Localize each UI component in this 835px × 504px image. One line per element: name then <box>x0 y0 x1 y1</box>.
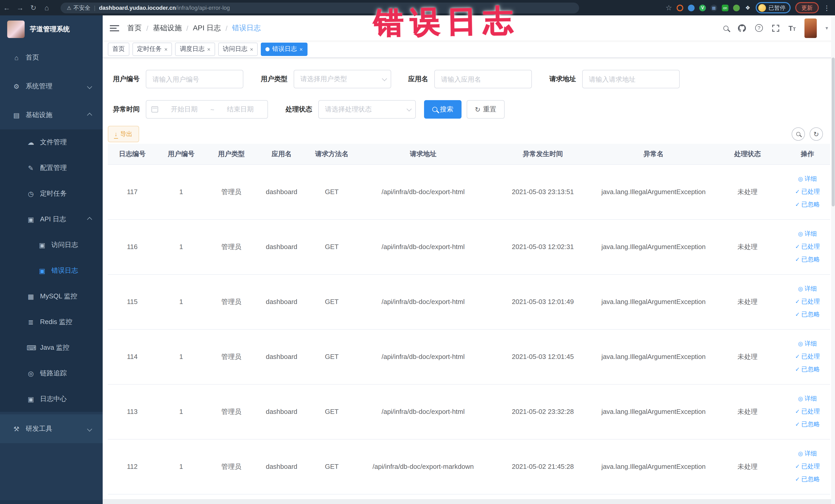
sidebar-item-log-center[interactable]: ▣ 日志中心 <box>0 386 103 412</box>
detail-link[interactable]: ◎详细 <box>785 337 830 350</box>
tag-schedule-log[interactable]: 调度日志 × <box>175 42 215 56</box>
refresh-table-button[interactable]: ↻ <box>810 127 823 141</box>
github-icon[interactable] <box>737 23 747 33</box>
tag-home[interactable]: 首页 <box>108 42 129 56</box>
user-id-input[interactable] <box>146 70 243 88</box>
user-type-select[interactable]: 请选择用户类型 <box>294 70 391 88</box>
sidebar-item-config-mgmt[interactable]: ✎ 配置管理 <box>0 155 103 181</box>
request-url-input[interactable] <box>582 70 680 88</box>
user-type-placeholder: 请选择用户类型 <box>300 75 382 84</box>
extension-orange-icon[interactable] <box>677 4 683 11</box>
close-icon[interactable]: × <box>250 46 253 52</box>
detail-link[interactable]: ◎详细 <box>785 282 830 295</box>
browser-home-icon[interactable]: ⌂ <box>40 4 54 12</box>
sidebar-item-java-monitor[interactable]: ⌨ Java 监控 <box>0 335 103 361</box>
mark-processed-link[interactable]: ✓已处理 <box>785 240 830 253</box>
tag-scheduled-jobs[interactable]: 定时任务 × <box>133 42 172 56</box>
export-button[interactable]: ↓ 导出 <box>108 126 139 142</box>
reset-button[interactable]: ↻ 重置 <box>467 100 505 119</box>
cell-method: GET <box>306 439 358 494</box>
chrome-update-button[interactable]: 更新 <box>795 2 819 13</box>
eye-icon: ◎ <box>798 337 803 350</box>
process-status-placeholder: 请选择处理状态 <box>325 105 407 114</box>
sidebar-item-home[interactable]: ⌂ 首页 <box>0 43 103 72</box>
sidebar-collapse-icon[interactable] <box>110 23 119 33</box>
browser-back-icon[interactable]: ← <box>0 4 13 12</box>
extension-green-v-icon[interactable]: V <box>699 4 706 11</box>
app-name-input[interactable] <box>434 70 532 88</box>
mark-ignored-link[interactable]: ✓已忽略 <box>785 473 830 486</box>
font-size-icon[interactable]: TT <box>789 24 796 32</box>
mark-ignored-link[interactable]: ✓已忽略 <box>785 198 830 211</box>
sidebar-item-api-log[interactable]: ▣ API 日志 <box>0 206 103 232</box>
extensions-puzzle-icon[interactable]: ❖ <box>745 4 751 11</box>
detail-link[interactable]: ◎详细 <box>785 447 830 460</box>
sidebar-item-mysql-monitor[interactable]: ▦ MySQL 监控 <box>0 283 103 309</box>
tag-error-log-active[interactable]: 错误日志 × <box>261 42 307 56</box>
detail-link[interactable]: ◎详细 <box>785 173 830 185</box>
bookmark-star-icon[interactable]: ☆ <box>666 4 672 12</box>
sidebar-item-file-mgmt[interactable]: ☁ 文件管理 <box>0 129 103 155</box>
exception-time-range-picker[interactable]: 开始日期 ~ 结束日期 <box>146 100 268 119</box>
col-app-name: 应用名 <box>257 144 306 164</box>
breadcrumb-api-log[interactable]: API 日志 <box>193 23 221 33</box>
cell-user-id: 1 <box>157 384 206 439</box>
detail-link[interactable]: ◎详细 <box>785 227 830 240</box>
extension-grid-icon[interactable]: ▦ <box>711 4 717 11</box>
cell-method: GET <box>306 219 358 274</box>
col-actions: 操作 <box>785 144 830 164</box>
sidebar-item-tracing[interactable]: ◎ 链路追踪 <box>0 361 103 386</box>
tag-access-log[interactable]: 访问日志 × <box>218 42 258 56</box>
cell-exception: java.lang.IllegalArgumentException <box>597 164 710 219</box>
fullscreen-icon[interactable] <box>772 24 780 32</box>
cell-user-type: 管理员 <box>206 439 257 494</box>
search-button[interactable]: 搜索 <box>424 100 462 119</box>
mark-processed-link[interactable]: ✓已处理 <box>785 405 830 418</box>
cell-time: 2021-05-03 12:01:49 <box>489 274 597 329</box>
sidebar-item-system-mgmt[interactable]: ⚙ 系统管理 <box>0 72 103 101</box>
mark-processed-link[interactable]: ✓已处理 <box>785 460 830 473</box>
close-icon[interactable]: × <box>300 46 303 52</box>
col-time: 异常发生时间 <box>489 144 597 164</box>
mark-processed-link[interactable]: ✓已处理 <box>785 185 830 198</box>
mark-ignored-link[interactable]: ✓已忽略 <box>785 253 830 266</box>
search-icon[interactable] <box>724 25 729 31</box>
breadcrumb-home[interactable]: 首页 <box>127 23 142 33</box>
detail-link[interactable]: ◎详细 <box>785 392 830 405</box>
extension-leaf-icon[interactable] <box>733 4 740 11</box>
user-menu-caret-icon[interactable]: ▾ <box>826 25 828 31</box>
cell-url: /api/infra/db-doc/export-html <box>358 274 489 329</box>
close-icon[interactable]: × <box>207 46 210 52</box>
close-icon[interactable]: × <box>164 46 168 52</box>
help-icon[interactable]: ? <box>755 24 763 32</box>
profile-emoji-icon <box>758 4 766 12</box>
cell-app-name: dashboard <box>257 219 306 274</box>
search-icon <box>796 132 800 136</box>
toggle-search-button[interactable] <box>792 127 805 141</box>
mark-processed-link[interactable]: ✓已处理 <box>785 350 830 363</box>
document-icon: ▣ <box>27 395 35 403</box>
breadcrumb-infrastructure[interactable]: 基础设施 <box>153 23 182 33</box>
browser-forward-icon[interactable]: → <box>13 4 27 12</box>
cell-user-id: 1 <box>157 274 206 329</box>
sidebar-item-dev-tools[interactable]: ⚒ 研发工具 <box>0 415 103 443</box>
extension-blue-icon[interactable] <box>688 4 695 11</box>
page-scrollbar[interactable] <box>831 15 835 504</box>
avatar[interactable] <box>805 18 817 38</box>
browser-menu-kebab-icon[interactable]: ⋮ <box>823 4 830 12</box>
mark-ignored-link[interactable]: ✓已忽略 <box>785 418 830 431</box>
sidebar-item-access-log[interactable]: ▣ 访问日志 <box>0 232 103 258</box>
browser-reload-icon[interactable]: ↻ <box>27 4 40 12</box>
mark-processed-link[interactable]: ✓已处理 <box>785 295 830 308</box>
extension-on-badge-icon[interactable]: on <box>722 4 729 11</box>
sidebar-item-scheduled-jobs[interactable]: ◷ 定时任务 <box>0 181 103 206</box>
app-title: 芋道管理系统 <box>30 25 70 34</box>
sidebar-item-infrastructure[interactable]: ▤ 基础设施 <box>0 101 103 129</box>
sidebar-item-redis-monitor[interactable]: ≣ Redis 监控 <box>0 309 103 335</box>
mark-ignored-link[interactable]: ✓已忽略 <box>785 308 830 321</box>
process-status-select[interactable]: 请选择处理状态 <box>318 100 416 119</box>
mark-ignored-link[interactable]: ✓已忽略 <box>785 363 830 376</box>
sidebar-item-error-log[interactable]: ▣ 错误日志 <box>0 258 103 283</box>
profile-paused-chip[interactable]: 已暂停 <box>756 2 791 13</box>
scrollbar-thumb[interactable] <box>832 58 835 206</box>
